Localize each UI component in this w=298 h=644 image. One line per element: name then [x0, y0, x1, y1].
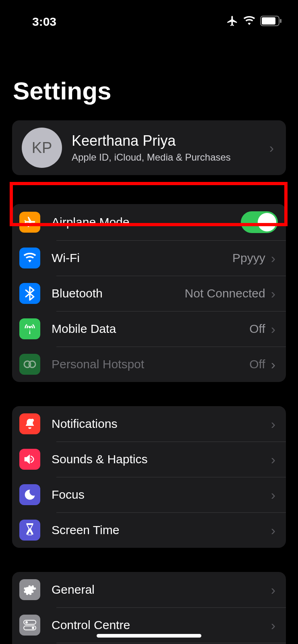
notifications-label: Notifications	[52, 417, 271, 431]
bell-icon	[19, 413, 40, 434]
connectivity-group: Airplane Mode Wi-Fi Ppyyy › Bluetooth No…	[12, 204, 286, 382]
moon-icon	[19, 484, 40, 505]
airplane-icon	[19, 212, 40, 233]
chevron-right-icon: ›	[271, 286, 278, 301]
wifi-label: Wi-Fi	[52, 251, 232, 265]
bluetooth-row[interactable]: Bluetooth Not Connected ›	[12, 276, 286, 311]
profile-card: KP Keerthana Priya Apple ID, iCloud, Med…	[12, 120, 286, 175]
general-row[interactable]: General ›	[12, 572, 286, 607]
hotspot-label: Personal Hotspot	[52, 357, 249, 371]
avatar: KP	[22, 128, 62, 168]
hotspot-icon	[19, 354, 40, 375]
svg-rect-2	[280, 19, 281, 23]
hotspot-value: Off	[249, 357, 265, 371]
chevron-right-icon: ›	[271, 522, 278, 538]
screen-time-label: Screen Time	[52, 523, 271, 537]
sounds-label: Sounds & Haptics	[52, 452, 271, 466]
status-icons	[226, 15, 282, 29]
antenna-icon	[19, 318, 40, 339]
screen-time-row[interactable]: Screen Time ›	[12, 512, 286, 548]
airplane-mode-label: Airplane Mode	[52, 215, 241, 229]
notifications-group: Notifications › Sounds & Haptics › Focus…	[12, 406, 286, 548]
svg-rect-1	[262, 17, 275, 25]
battery-status-icon	[260, 16, 282, 28]
gear-icon	[19, 579, 40, 600]
page-title: Settings	[0, 32, 298, 113]
status-bar: 3:03	[0, 0, 298, 32]
chevron-right-icon: ›	[271, 487, 278, 503]
chevron-right-icon: ›	[271, 582, 278, 598]
focus-row[interactable]: Focus ›	[12, 477, 286, 512]
chevron-right-icon: ›	[271, 250, 278, 266]
hourglass-icon	[19, 520, 40, 541]
airplane-status-icon	[226, 15, 238, 29]
chevron-right-icon: ›	[271, 416, 278, 432]
home-indicator[interactable]	[97, 634, 201, 638]
general-group: General › Control Centre › AA Display & …	[12, 572, 286, 644]
speaker-icon	[19, 449, 40, 470]
control-centre-label: Control Centre	[52, 618, 271, 632]
bluetooth-value: Not Connected	[185, 287, 265, 300]
airplane-mode-row[interactable]: Airplane Mode	[12, 204, 286, 240]
profile-name: Keerthana Priya	[72, 132, 260, 149]
svg-point-7	[25, 621, 28, 623]
svg-point-5	[31, 419, 34, 422]
notifications-row[interactable]: Notifications ›	[12, 406, 286, 442]
wifi-row[interactable]: Wi-Fi Ppyyy ›	[12, 240, 286, 276]
hotspot-row[interactable]: Personal Hotspot Off ›	[12, 347, 286, 382]
chevron-right-icon: ›	[271, 452, 278, 467]
airplane-mode-toggle[interactable]	[241, 211, 278, 233]
focus-label: Focus	[52, 488, 271, 502]
profile-row[interactable]: KP Keerthana Priya Apple ID, iCloud, Med…	[12, 120, 286, 175]
chevron-right-icon: ›	[269, 140, 276, 156]
bluetooth-icon	[19, 283, 40, 304]
wifi-icon	[19, 248, 40, 268]
chevron-right-icon: ›	[271, 617, 278, 633]
sounds-row[interactable]: Sounds & Haptics ›	[12, 442, 286, 477]
mobile-data-row[interactable]: Mobile Data Off ›	[12, 311, 286, 347]
status-time: 3:03	[32, 15, 56, 29]
chevron-right-icon: ›	[271, 357, 278, 372]
wifi-value: Ppyyy	[232, 251, 265, 265]
mobile-data-label: Mobile Data	[52, 322, 249, 336]
mobile-data-value: Off	[249, 322, 265, 336]
svg-point-4	[29, 361, 35, 367]
svg-point-9	[32, 627, 34, 629]
toggles-icon	[19, 615, 40, 636]
general-label: General	[52, 583, 271, 597]
bluetooth-label: Bluetooth	[52, 287, 185, 300]
profile-subtitle: Apple ID, iCloud, Media & Purchases	[72, 152, 260, 163]
chevron-right-icon: ›	[271, 321, 278, 337]
wifi-status-icon	[243, 16, 255, 27]
